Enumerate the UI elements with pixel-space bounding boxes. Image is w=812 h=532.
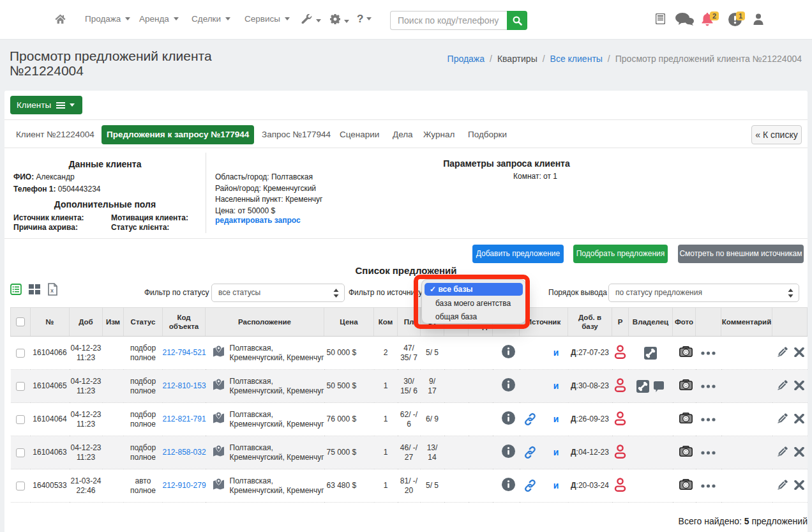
svg-text:x: x [50, 287, 54, 294]
